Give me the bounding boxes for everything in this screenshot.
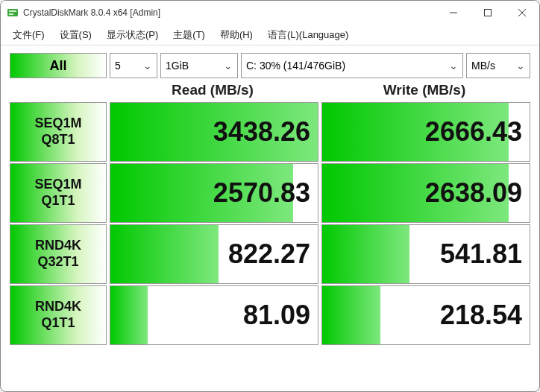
menu-theme[interactable]: 主题(T) (166, 25, 213, 45)
test-button-rnd4k-q1t1[interactable]: RND4K Q1T1 (10, 285, 107, 345)
read-value-2: 822.27 (110, 224, 318, 284)
menu-language[interactable]: 语言(L)(Language) (260, 25, 356, 45)
test-label-line2: Q32T1 (37, 254, 78, 271)
titlebar: CrystalDiskMark 8.0.4 x64 [Admin] (1, 1, 539, 25)
chevron-down-icon: ⌄ (137, 60, 152, 72)
menu-file[interactable]: 文件(F) (5, 25, 52, 45)
unit-select[interactable]: MB/s ⌄ (466, 53, 530, 78)
test-label-line1: SEQ1M (34, 116, 81, 132)
chevron-down-icon: ⌄ (443, 60, 458, 72)
test-label-line2: Q1T1 (41, 315, 75, 332)
control-row: All 5 ⌄ 1GiB ⌄ C: 30% (141/476GiB) ⌄ MB/… (10, 53, 530, 78)
svg-rect-4 (485, 10, 492, 16)
close-button[interactable] (505, 1, 539, 25)
test-label-line2: Q8T1 (41, 132, 75, 148)
test-button-seq1m-q1t1[interactable]: SEQ1M Q1T1 (10, 163, 107, 223)
window-title: CrystalDiskMark 8.0.4 x64 [Admin] (23, 7, 160, 18)
run-all-button[interactable]: All (10, 53, 107, 78)
menu-help[interactable]: 帮助(H) (213, 25, 260, 45)
write-value-2: 541.81 (321, 224, 530, 284)
write-value-0: 2666.43 (321, 102, 530, 162)
count-value: 5 (115, 60, 121, 72)
test-row-3: RND4K Q1T1 81.09 218.54 (10, 285, 530, 345)
unit-value: MB/s (471, 60, 495, 72)
maximize-button[interactable] (471, 1, 505, 25)
test-row-2: RND4K Q32T1 822.27 541.81 (10, 224, 530, 284)
write-header: Write (MB/s) (318, 82, 530, 98)
drive-select[interactable]: C: 30% (141/476GiB) ⌄ (241, 53, 463, 78)
read-value-3: 81.09 (110, 285, 318, 345)
menu-settings[interactable]: 设置(S) (52, 25, 99, 45)
drive-value: C: 30% (141/476GiB) (246, 60, 345, 72)
size-value: 1GiB (166, 60, 189, 72)
chevron-down-icon: ⌄ (218, 60, 233, 72)
svg-rect-0 (7, 9, 18, 16)
minimize-button[interactable] (436, 1, 471, 25)
menubar: 文件(F) 设置(S) 显示状态(P) 主题(T) 帮助(H) 语言(L)(La… (1, 25, 539, 45)
test-row-0: SEQ1M Q8T1 3438.26 2666.43 (10, 102, 530, 162)
test-label-line2: Q1T1 (41, 193, 75, 209)
test-button-seq1m-q8t1[interactable]: SEQ1M Q8T1 (10, 102, 107, 162)
read-value-0: 3438.26 (110, 102, 318, 162)
size-select[interactable]: 1GiB ⌄ (160, 53, 238, 78)
write-value-3: 218.54 (321, 285, 530, 345)
test-button-rnd4k-q32t1[interactable]: RND4K Q32T1 (10, 224, 107, 284)
menu-display[interactable]: 显示状态(P) (99, 25, 166, 45)
read-value-1: 2570.83 (110, 163, 318, 223)
chevron-down-icon: ⌄ (510, 60, 525, 72)
svg-rect-1 (9, 10, 16, 12)
count-select[interactable]: 5 ⌄ (110, 53, 157, 78)
test-label-line1: RND4K (35, 299, 81, 315)
read-header: Read (MB/s) (107, 82, 318, 98)
write-value-1: 2638.09 (321, 163, 530, 223)
app-window: CrystalDiskMark 8.0.4 x64 [Admin] 文件(F) … (0, 0, 540, 392)
test-label-line1: RND4K (35, 238, 81, 254)
svg-rect-2 (9, 13, 13, 15)
test-row-1: SEQ1M Q1T1 2570.83 2638.09 (10, 163, 530, 223)
test-label-line1: SEQ1M (34, 177, 81, 193)
content-area: All 5 ⌄ 1GiB ⌄ C: 30% (141/476GiB) ⌄ MB/… (1, 45, 539, 391)
app-icon (7, 7, 19, 19)
header-row: Read (MB/s) Write (MB/s) (10, 80, 530, 101)
